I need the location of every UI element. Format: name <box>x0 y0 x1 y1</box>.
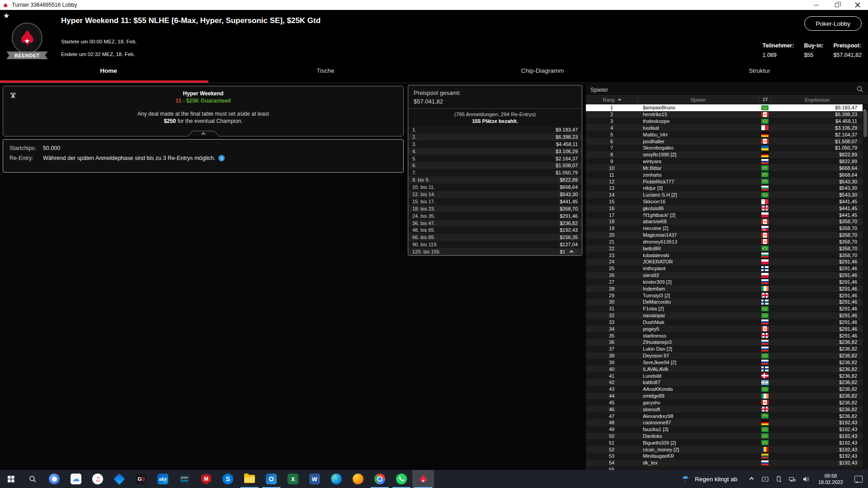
whatsapp-app[interactable] <box>391 470 412 488</box>
player-row[interactable]: 19 niecoine [2] $358,70 <box>586 225 863 232</box>
player-row[interactable]: 23 tubatalevski $358,70 <box>586 252 863 258</box>
icloud-app[interactable] <box>65 470 87 488</box>
tab-home[interactable]: Home <box>0 63 217 83</box>
player-row[interactable]: 30 DeMarcoolio $291,46 <box>586 299 863 305</box>
sky-app[interactable]: sky <box>152 470 174 488</box>
player-row[interactable]: 35 starlinesss $291,46 <box>586 332 863 339</box>
player-row[interactable]: 53 MindaugasKR $192,43 <box>586 453 863 460</box>
player-row[interactable]: 21 dmoney613613 $358,70 <box>586 239 863 245</box>
player-row[interactable]: 40 ILAVALAVA $236,82 <box>586 366 863 372</box>
tab-struktur[interactable]: Struktur <box>651 63 868 83</box>
outlook-app[interactable]: O <box>260 470 282 488</box>
player-row[interactable]: 3 thaleskoppe $4.458,11 <box>586 118 863 125</box>
player-row[interactable]: 20 Magicman1437 $358,70 <box>586 232 863 239</box>
player-row[interactable]: 7 Skorobogatko $1.050,79 <box>586 145 863 151</box>
tab-chip-diagramm[interactable]: Chip-Diagramm <box>434 63 651 83</box>
player-row[interactable]: 1 $ampaioBruno $9.183,47 <box>586 104 863 111</box>
player-column-header[interactable]: Spieler <box>637 96 759 104</box>
player-row[interactable]: 51 Biguethi339 [2] $192,43 <box>586 439 863 446</box>
player-row[interactable]: 45 garyshv $236,82 <box>586 399 863 406</box>
collapse-payouts-button[interactable] <box>565 249 578 255</box>
player-row[interactable]: 11 zenhahs $668,64 <box>586 171 863 178</box>
player-row[interactable]: 33 DushNiak $291,46 <box>586 319 863 326</box>
mcafee-app[interactable]: M <box>195 470 217 488</box>
player-row[interactable]: 49 fauzika1 [3] $192,43 <box>586 426 863 433</box>
tab-tische[interactable]: Tische <box>217 63 434 83</box>
favorite-star-icon[interactable] <box>3 11 9 20</box>
player-row[interactable]: 17 !!f1ghtback! [2] $441,45 <box>586 211 863 218</box>
skype-app[interactable]: S <box>217 470 239 488</box>
player-row[interactable]: 50 Daniloks $192,43 <box>586 433 863 440</box>
player-row[interactable]: 32 nanatopai $291,46 <box>586 312 863 319</box>
restore-button[interactable] <box>826 0 847 10</box>
player-row[interactable]: 28 Indemfam $291,46 <box>586 285 863 292</box>
close-button[interactable] <box>847 0 868 10</box>
player-row[interactable]: 27 kinder309 [2] $291,46 <box>586 279 863 286</box>
firefox-app[interactable] <box>347 470 369 488</box>
player-row[interactable]: 10 Mr.Bittar $668,64 <box>586 164 863 171</box>
player-row[interactable]: 12 PickleRick777 $543,30 <box>586 178 863 185</box>
player-row[interactable]: 8 sexyflo1990 [2] $822,89 <box>586 151 863 158</box>
players-scrollbar[interactable] <box>863 104 868 470</box>
action-center-icon[interactable] <box>854 476 863 483</box>
player-row[interactable]: 36 Zihuatanejo3 $236,82 <box>586 339 863 346</box>
windows-start[interactable] <box>0 470 22 488</box>
player-row[interactable]: 26 siera92 $291,46 <box>586 272 863 279</box>
taskbar-search[interactable] <box>22 470 43 488</box>
itunes-app[interactable] <box>87 470 108 488</box>
player-row[interactable]: 22 bettoBR $358,70 <box>586 245 863 252</box>
player-row[interactable]: 9 wintyara $822,89 <box>586 158 863 165</box>
signal-app[interactable] <box>43 470 65 488</box>
results-column-header[interactable]: Ergebnisse <box>771 96 863 104</box>
player-row[interactable]: 39 SereJkee94 [2] $236,82 <box>586 359 863 366</box>
player-row[interactable]: 41 Lundsild $236,82 <box>586 372 863 379</box>
player-row[interactable]: 42 katito87 $236,82 <box>586 379 863 386</box>
player-row[interactable]: 48 casinoone87 $192,43 <box>586 419 863 426</box>
player-row[interactable]: 16 gkotsis86 $441,45 <box>586 205 863 211</box>
rank-column-header[interactable]: Rang <box>586 97 637 103</box>
player-row[interactable]: 34 pogey5 $291,46 <box>586 325 863 332</box>
weather-icon[interactable] <box>682 475 689 483</box>
info-icon[interactable]: i <box>218 155 225 161</box>
player-row[interactable]: 37 Lukin Dan [2] $236,82 <box>586 346 863 352</box>
player-row[interactable]: 43 AAnaKKonda $236,82 <box>586 386 863 393</box>
player-row[interactable]: 31 F1oba [2] $291,46 <box>586 305 863 312</box>
file-explorer-app[interactable] <box>239 470 260 488</box>
player-row[interactable]: 14 Luciano S.H [2] $543,30 <box>586 192 863 198</box>
player-row[interactable]: 15 Skkoorr16 $441,45 <box>586 198 863 205</box>
edge-app[interactable] <box>326 470 347 488</box>
weather-text[interactable]: Regen klingt ab <box>695 476 737 483</box>
player-row[interactable]: 44 smidge89 $236,82 <box>586 393 863 399</box>
poker-lobby-button[interactable]: Poker-Lobby <box>804 16 862 31</box>
network-icon[interactable] <box>788 475 796 483</box>
flag-column-header[interactable] <box>759 96 771 104</box>
player-row[interactable]: 52 cican_money [2] $192,43 <box>586 446 863 453</box>
excel-app[interactable]: X <box>282 470 304 488</box>
player-row[interactable]: 54 dk_tex $192,43 <box>586 460 863 466</box>
player-row[interactable]: 6 poolhaller $1.508,07 <box>586 138 863 145</box>
player-row[interactable]: 18 abarone68 $358,70 <box>586 218 863 225</box>
chrome-app[interactable] <box>369 470 391 488</box>
pokerstars-app[interactable]: ★ <box>412 470 434 488</box>
cast-icon[interactable] <box>761 475 769 483</box>
word-app[interactable]: W <box>304 470 326 488</box>
tray-expand-icon[interactable] <box>748 475 755 483</box>
search-icon[interactable] <box>856 85 863 94</box>
player-row[interactable]: 25 imthcplant $291,46 <box>586 265 863 272</box>
player-row[interactable]: 4 luudaal $3.106,29 <box>586 124 863 131</box>
collapse-info-button[interactable] <box>188 131 219 136</box>
player-row[interactable]: 29 Turnstyl3 [2] $291,46 <box>586 292 863 299</box>
player-row[interactable]: 46 sloesoft $236,82 <box>586 406 863 413</box>
prime-video-app[interactable]: primevideo <box>174 470 195 488</box>
diamond-app[interactable] <box>108 470 130 488</box>
player-row[interactable]: 2 hendriks15 $6.398,23 <box>586 111 863 118</box>
usb-icon[interactable] <box>775 475 783 483</box>
ggpoker-app[interactable]: GG <box>130 470 152 488</box>
player-row[interactable]: 24 JOKERATOR $291,46 <box>586 258 863 265</box>
minimize-button[interactable] <box>806 0 826 10</box>
player-row[interactable]: 38 Deyvson 97 $236,82 <box>586 352 863 359</box>
player-row[interactable]: 47 Alexandrez98 $236,82 <box>586 413 863 419</box>
player-row[interactable]: 13 nikijur [3] $543,30 <box>586 185 863 192</box>
volume-icon[interactable] <box>802 475 810 483</box>
player-row[interactable]: 55 <box>586 466 863 470</box>
